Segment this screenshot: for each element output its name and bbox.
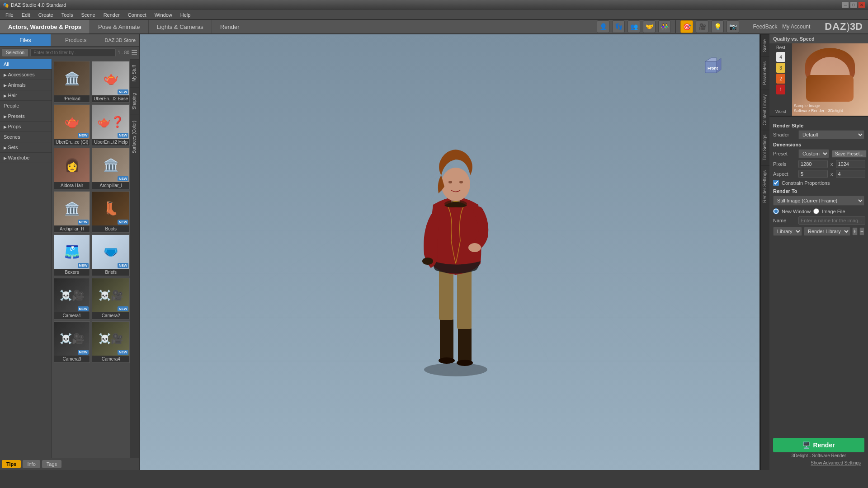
minus-button[interactable]: − <box>859 227 865 235</box>
file-item-preload[interactable]: 🏛️ !Preload <box>54 61 90 103</box>
file-item-aldorahair[interactable]: 👩 Aldora Hair <box>54 148 90 189</box>
cat-presets[interactable]: Presets <box>0 111 52 122</box>
plus-button[interactable]: + <box>852 227 858 235</box>
file-item-boots[interactable]: 👢 NEW Boots <box>92 191 130 233</box>
preset-row: Preset Custom Save Preset... <box>773 149 864 158</box>
r-tab-render-settings[interactable]: Render Settings <box>761 165 769 207</box>
close-button[interactable]: ✕ <box>858 2 865 8</box>
file-grid-container: 🏛️ !Preload 🫖 NEW UberEn...t2 Base <box>54 61 128 363</box>
q-level-4[interactable]: 4 <box>776 52 785 62</box>
filename-input[interactable] <box>798 216 865 225</box>
file-item-uberbase[interactable]: 🫖 NEW UberEn...t2 Base <box>92 61 130 103</box>
daz3d-store-button[interactable]: DAZ 3D Store <box>101 34 139 46</box>
tab-tips[interactable]: Tips <box>2 460 21 468</box>
show-advanced-link[interactable]: Show Advanced Settings <box>811 460 861 465</box>
tab-files[interactable]: Files <box>0 34 51 46</box>
file-item-archpillarr[interactable]: 🏛️ NEW Archpillar_R <box>54 191 90 233</box>
cat-wardrobe[interactable]: Wardrobe <box>0 153 52 163</box>
tab-lights[interactable]: Lights & Cameras <box>149 20 212 33</box>
menu-tools[interactable]: Tools <box>58 11 77 19</box>
cat-accessories[interactable]: Accessories <box>0 70 52 80</box>
menu-create[interactable]: Create <box>35 11 57 19</box>
navigation-cube[interactable]: Front <box>698 52 723 77</box>
maximize-button[interactable]: □ <box>850 2 857 8</box>
cat-sets[interactable]: Sets <box>0 142 52 153</box>
tab-pose[interactable]: Pose & Animate <box>90 20 149 33</box>
render-button[interactable]: 🖥️ Render <box>773 438 864 452</box>
side-tab-surfaces[interactable]: Surfaces (Color) <box>130 115 139 159</box>
r-tab-tool-settings[interactable]: Tool Settings <box>761 130 769 165</box>
toolbar-cam-icon[interactable]: 🎥 <box>696 20 708 33</box>
menu-render[interactable]: Render <box>100 11 123 19</box>
r-tab-content-library[interactable]: Content Library <box>761 89 769 130</box>
dimensions-title: Dimensions <box>773 142 864 147</box>
selection-button[interactable]: Selection <box>2 48 28 57</box>
toolbar-icon-2[interactable]: 👣 <box>612 20 625 33</box>
svg-point-18 <box>457 360 473 366</box>
r-tab-scene[interactable]: Scene <box>761 34 769 56</box>
cat-hair[interactable]: Hair <box>0 90 52 101</box>
main-area: Files Products DAZ 3D Store Selection 1 … <box>0 34 868 470</box>
menu-scene[interactable]: Scene <box>77 11 99 19</box>
menu-window[interactable]: Window <box>151 11 176 19</box>
cat-scenes[interactable]: Scenes <box>0 132 52 142</box>
render-to-select[interactable]: Still Image (Current Frame) <box>773 196 864 206</box>
file-item-camera4[interactable]: ☠️🎥 NEW Camera4 <box>92 321 130 363</box>
cat-all[interactable]: All <box>0 59 52 70</box>
file-item-camera2[interactable]: ☠️🎥 NEW Camera2 <box>92 278 130 319</box>
file-label-archpillarl: Archpillar_l <box>92 182 129 189</box>
toolbar-icon-4[interactable]: 🤝 <box>643 20 656 33</box>
menu-connect[interactable]: Connect <box>124 11 150 19</box>
toolbar-render-icon[interactable]: 🎯 <box>680 20 693 33</box>
my-account-button[interactable]: My Account <box>782 23 810 30</box>
toolbar-icon-5[interactable]: 👫 <box>658 20 671 33</box>
preset-select[interactable]: Custom <box>798 149 829 158</box>
file-item-briefs[interactable]: 🩲 NEW Briefs <box>92 235 130 276</box>
tab-render[interactable]: Render <box>212 20 248 33</box>
save-preset-button[interactable]: Save Preset... <box>832 150 867 158</box>
menu-file[interactable]: File <box>2 11 17 19</box>
aspect-height-input[interactable] <box>836 170 865 178</box>
toolbar-icon-1[interactable]: 👤 <box>597 20 609 33</box>
viewport[interactable]: Front <box>140 34 760 470</box>
file-label-camera4: Camera4 <box>92 356 129 362</box>
aspect-width-input[interactable] <box>798 170 828 178</box>
menu-help[interactable]: Help <box>177 11 194 19</box>
toolbar-icon-3[interactable]: 👥 <box>627 20 640 33</box>
pixels-height-input[interactable] <box>836 160 865 168</box>
cat-animals[interactable]: Animals <box>0 80 52 90</box>
side-tab-mystuff[interactable]: My Stuff <box>130 59 139 87</box>
tab-info[interactable]: Info <box>23 460 40 468</box>
cat-people[interactable]: People <box>0 101 52 111</box>
toolbar-snap-icon[interactable]: 📷 <box>726 20 739 33</box>
file-item-ubergl[interactable]: 🫖 NEW UberEn...ce (Gl) <box>54 104 90 146</box>
file-item-uberhelp[interactable]: 🫖❓ NEW UberEn...t2 Help <box>92 104 130 146</box>
render-library-select[interactable]: Render Library <box>804 227 850 236</box>
menu-edit[interactable]: Edit <box>18 11 34 19</box>
q-level-1[interactable]: 1 <box>776 84 785 94</box>
tab-tags[interactable]: Tags <box>42 460 61 468</box>
cat-props[interactable]: Props <box>0 122 52 132</box>
constrain-checkbox[interactable] <box>773 180 779 186</box>
file-item-camera3[interactable]: ☠️🎥 NEW Camera3 <box>54 321 90 363</box>
toolbar-light-icon[interactable]: 💡 <box>711 20 724 33</box>
tab-actors[interactable]: Actors, Wardrobe & Props <box>0 20 90 33</box>
library-select[interactable]: Library <box>773 227 802 236</box>
new-window-radio[interactable] <box>773 208 779 214</box>
filter-input[interactable] <box>30 48 116 57</box>
tab-products[interactable]: Products <box>51 34 101 46</box>
file-item-archpillarl[interactable]: 🏛️ NEW Archpillar_l <box>92 148 130 189</box>
image-file-radio[interactable] <box>813 208 819 214</box>
shader-select[interactable]: Default <box>798 130 864 139</box>
feedback-button[interactable]: FeedBack <box>753 23 777 30</box>
q-level-2[interactable]: 2 <box>776 74 785 84</box>
file-item-camera1[interactable]: ☠️🎥 NEW Camera1 <box>54 278 90 319</box>
side-tab-shaping[interactable]: Shaping <box>130 87 139 115</box>
window-controls[interactable]: ─ □ ✕ <box>842 2 865 8</box>
minimize-button[interactable]: ─ <box>842 2 849 8</box>
hamburger-button[interactable]: ☰ <box>131 48 137 57</box>
q-level-3[interactable]: 3 <box>776 63 785 73</box>
file-item-boxers[interactable]: 🩳 NEW Boxers <box>54 235 90 276</box>
pixels-width-input[interactable] <box>798 160 828 168</box>
r-tab-parameters[interactable]: Parameters <box>761 56 769 89</box>
